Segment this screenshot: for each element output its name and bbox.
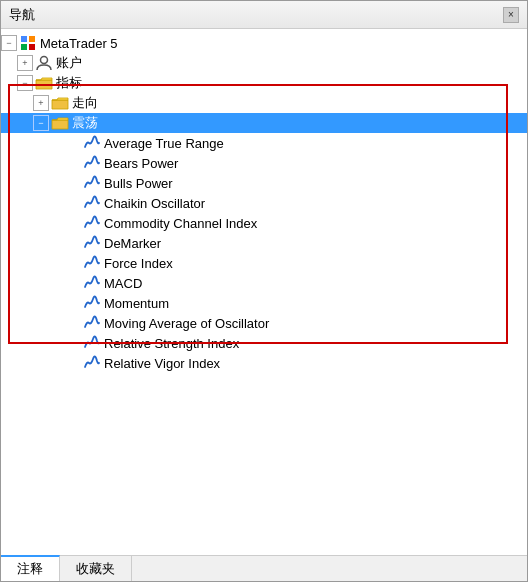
close-button[interactable]: × — [503, 7, 519, 23]
tree-item-oscillators[interactable]: − 震荡 — [1, 113, 527, 133]
tab-favorites[interactable]: 收藏夹 — [60, 556, 132, 581]
svg-rect-3 — [29, 44, 35, 50]
tree-item-atr[interactable]: Average True Range — [1, 133, 527, 153]
svg-rect-0 — [21, 36, 27, 42]
expand-oscillators[interactable]: − — [33, 115, 49, 131]
osma-label: Moving Average of Oscillator — [104, 316, 269, 331]
bottom-tabs: 注释 收藏夹 — [1, 555, 527, 581]
expand-placeholder — [65, 195, 81, 211]
mt5-logo-icon — [19, 35, 37, 51]
expand-placeholder — [65, 315, 81, 331]
macd-indicator-icon — [83, 275, 101, 291]
demarker-label: DeMarker — [104, 236, 161, 251]
expand-metatrader5[interactable]: − — [1, 35, 17, 51]
navigator-window: 导航 × − MetaTrader 5 — [0, 0, 528, 582]
bulls-indicator-icon — [83, 175, 101, 191]
tree-item-bears[interactable]: Bears Power — [1, 153, 527, 173]
indicators-label: 指标 — [56, 74, 82, 92]
indicators-folder-icon — [35, 75, 53, 91]
macd-label: MACD — [104, 276, 142, 291]
oscillator-items-container: Average True Range Bears Power Bulls Pow… — [1, 133, 527, 373]
atr-indicator-icon — [83, 135, 101, 151]
tree-item-bulls[interactable]: Bulls Power — [1, 173, 527, 193]
metatrader5-label: MetaTrader 5 — [40, 36, 118, 51]
tree-item-force[interactable]: Force Index — [1, 253, 527, 273]
expand-placeholder — [65, 355, 81, 371]
tree-item-osma[interactable]: Moving Average of Oscillator — [1, 313, 527, 333]
trend-folder-icon — [51, 95, 69, 111]
expand-placeholder — [65, 275, 81, 291]
expand-placeholder — [65, 135, 81, 151]
expand-placeholder — [65, 155, 81, 171]
window-title: 导航 — [9, 6, 35, 24]
account-label: 账户 — [56, 54, 82, 72]
trend-label: 走向 — [72, 94, 98, 112]
cci-indicator-icon — [83, 215, 101, 231]
rvi-indicator-icon — [83, 355, 101, 371]
tree-item-macd[interactable]: MACD — [1, 273, 527, 293]
tree-item-chaikin[interactable]: Chaikin Oscillator — [1, 193, 527, 213]
expand-placeholder — [65, 175, 81, 191]
title-bar-left: 导航 — [9, 6, 35, 24]
tree-item-trend[interactable]: + 走向 — [1, 93, 527, 113]
expand-placeholder — [65, 235, 81, 251]
oscillators-folder-icon — [51, 115, 69, 131]
demarker-indicator-icon — [83, 235, 101, 251]
osma-indicator-icon — [83, 315, 101, 331]
tab-notes-label: 注释 — [17, 560, 43, 578]
svg-rect-2 — [21, 44, 27, 50]
rsi-label: Relative Strength Index — [104, 336, 239, 351]
atr-label: Average True Range — [104, 136, 224, 151]
force-label: Force Index — [104, 256, 173, 271]
cci-label: Commodity Channel Index — [104, 216, 257, 231]
expand-placeholder — [65, 295, 81, 311]
tree-item-momentum[interactable]: Momentum — [1, 293, 527, 313]
bulls-label: Bulls Power — [104, 176, 173, 191]
chaikin-indicator-icon — [83, 195, 101, 211]
tree-item-indicators[interactable]: − 指标 — [1, 73, 527, 93]
title-bar: 导航 × — [1, 1, 527, 29]
expand-placeholder — [65, 255, 81, 271]
tree-item-metatrader5[interactable]: − MetaTrader 5 — [1, 33, 527, 53]
account-icon — [35, 55, 53, 71]
tab-favorites-label: 收藏夹 — [76, 560, 115, 578]
bears-indicator-icon — [83, 155, 101, 171]
expand-placeholder — [65, 335, 81, 351]
momentum-label: Momentum — [104, 296, 169, 311]
expand-indicators[interactable]: − — [17, 75, 33, 91]
bears-label: Bears Power — [104, 156, 178, 171]
close-icon: × — [508, 9, 514, 20]
rsi-indicator-icon — [83, 335, 101, 351]
svg-point-4 — [41, 57, 48, 64]
momentum-indicator-icon — [83, 295, 101, 311]
content-area: − MetaTrader 5 + — [1, 29, 527, 555]
tree-container[interactable]: − MetaTrader 5 + — [1, 29, 527, 555]
expand-placeholder — [65, 215, 81, 231]
rvi-label: Relative Vigor Index — [104, 356, 220, 371]
expand-trend[interactable]: + — [33, 95, 49, 111]
tree-item-rsi[interactable]: Relative Strength Index — [1, 333, 527, 353]
chaikin-label: Chaikin Oscillator — [104, 196, 205, 211]
force-indicator-icon — [83, 255, 101, 271]
svg-rect-1 — [29, 36, 35, 42]
tree-item-account[interactable]: + 账户 — [1, 53, 527, 73]
tree-item-cci[interactable]: Commodity Channel Index — [1, 213, 527, 233]
tab-notes[interactable]: 注释 — [1, 555, 60, 581]
expand-account[interactable]: + — [17, 55, 33, 71]
tree-item-demarker[interactable]: DeMarker — [1, 233, 527, 253]
tree-item-rvi[interactable]: Relative Vigor Index — [1, 353, 527, 373]
oscillators-label: 震荡 — [72, 114, 98, 132]
